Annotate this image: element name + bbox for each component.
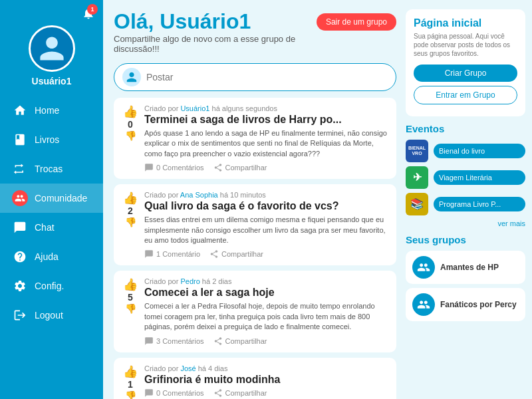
share-action[interactable]: Compartilhar	[213, 336, 267, 346]
downvote-button[interactable]: 👎	[125, 391, 136, 399]
sidebar-item-livros[interactable]: Livros	[0, 125, 103, 154]
post-author-link[interactable]: Ana Sophia	[180, 191, 218, 199]
comment-action[interactable]: 0 Comentários	[144, 388, 204, 398]
post-title[interactable]: Grifinoria é muito modinha	[144, 374, 387, 386]
group-item-percy[interactable]: Fanáticos por Percy	[406, 288, 525, 321]
post-card: 👍 5 👎 Criado por Pedro há 2 dias Comecei…	[114, 271, 396, 352]
post-avatar	[122, 68, 141, 86]
post-actions: 1 Comentário Compartilhar	[144, 249, 387, 259]
post-actions: 0 Comentários Compartilhar	[144, 388, 387, 398]
comment-action[interactable]: 0 Comentários	[144, 163, 204, 172]
post-author-link[interactable]: Pedro	[180, 277, 200, 285]
upvote-button[interactable]: 👍	[123, 279, 138, 291]
notification-count: 1	[87, 4, 98, 15]
post-meta: Criado por Pedro há 2 dias	[144, 277, 387, 285]
groups-title: Seus grupos	[406, 234, 525, 245]
event-thumb-programa: 📚	[406, 193, 428, 215]
group-item-hp[interactable]: Amantes de HP	[406, 251, 525, 284]
sidebar-item-ajuda[interactable]: Ajuda	[0, 242, 103, 271]
post-meta: Criado por Ana Sophia há 10 minutos	[144, 191, 387, 199]
logout-icon	[12, 307, 28, 323]
sidebar-item-chat[interactable]: Chat	[0, 213, 103, 242]
home-panel-card: Página inicial Sua página pessoal. Aqui …	[406, 9, 525, 116]
upvote-button[interactable]: 👍	[123, 106, 138, 118]
group-name-percy: Fanáticos por Percy	[440, 300, 517, 309]
share-action[interactable]: Compartilhar	[213, 388, 267, 398]
post-content: Comecei a ler a Pedra Filosofal hoje, de…	[144, 301, 387, 332]
comment-action[interactable]: 1 Comentário	[144, 249, 200, 259]
event-button-programa[interactable]: Programa Livro P...	[434, 197, 525, 211]
comment-action[interactable]: 3 Comentários	[144, 336, 204, 346]
post-input[interactable]	[146, 72, 388, 82]
post-title[interactable]: Terminei a saga de livros de Harry po...	[144, 114, 387, 126]
post-meta: Criado por Usuário1 há alguns segundos	[144, 104, 387, 112]
page-subtitle: Compartilhe algo de novo com a esse grup…	[114, 34, 317, 54]
post-actions: 0 Comentários Compartilhar	[144, 163, 387, 172]
post-body: Criado por José há 4 dias Grifinoria é m…	[144, 364, 387, 399]
post-input-row	[114, 63, 396, 91]
vote-col: 👍 1 👎	[123, 364, 138, 399]
vote-col: 👍 5 👎	[123, 277, 138, 345]
post-meta: Criado por José há 4 dias	[144, 364, 387, 372]
vote-col: 👍 0 👎	[123, 104, 138, 172]
post-card: 👍 1 👎 Criado por José há 4 dias Grifinor…	[114, 358, 396, 399]
vote-count: 5	[128, 292, 133, 303]
gear-icon	[12, 278, 28, 294]
group-icon-percy	[412, 293, 435, 316]
sidebar-nav: Home Livros Trocas Comunidade	[0, 96, 103, 330]
post-card: 👍 2 👎 Criado por Ana Sophia há 10 minuto…	[114, 184, 396, 265]
vote-count: 0	[128, 119, 133, 130]
groups-section: Seus grupos Amantes de HP Fanáticos por …	[406, 234, 525, 321]
post-title[interactable]: Qual livro da saga é o favorito de vcs?	[144, 200, 387, 212]
notification-bell[interactable]: 1	[82, 7, 95, 23]
downvote-button[interactable]: 👎	[125, 131, 136, 140]
enter-group-button[interactable]: Entrar em Grupo	[414, 86, 517, 104]
exit-group-button[interactable]: Sair de um grupo	[317, 13, 396, 31]
event-item: ✈ Viagem Literária	[406, 166, 525, 189]
event-button-bienal[interactable]: Bienal do livro	[434, 144, 525, 158]
main-header: Olá, Usuário1 Compartilhe algo de novo c…	[114, 9, 396, 61]
share-action[interactable]: Compartilhar	[213, 163, 267, 172]
sidebar-item-comunidade[interactable]: Comunidade	[0, 184, 103, 213]
event-thumb-viagem: ✈	[406, 166, 428, 189]
right-panel: Página inicial Sua página pessoal. Aqui …	[406, 0, 532, 399]
avatar	[29, 25, 75, 72]
post-content: Esses dias entrei em um dilema comigo me…	[144, 215, 387, 245]
sidebar-item-config[interactable]: Config.	[0, 271, 103, 301]
sidebar-item-home[interactable]: Home	[0, 96, 103, 125]
group-name-hp: Amantes de HP	[440, 263, 499, 272]
upvote-button[interactable]: 👍	[123, 366, 138, 378]
sidebar-item-trocas[interactable]: Trocas	[0, 154, 103, 184]
post-author-link[interactable]: José	[180, 364, 196, 372]
post-body: Criado por Ana Sophia há 10 minutos Qual…	[144, 191, 387, 259]
post-author-link[interactable]: Usuário1	[180, 104, 209, 112]
main-content: Olá, Usuário1 Compartilhe algo de novo c…	[103, 0, 406, 399]
post-body: Criado por Usuário1 há alguns segundos T…	[144, 104, 387, 172]
upvote-button[interactable]: 👍	[123, 192, 138, 204]
post-card: 👍 0 👎 Criado por Usuário1 há alguns segu…	[114, 98, 396, 179]
post-actions: 3 Comentários Compartilhar	[144, 336, 387, 346]
downvote-button[interactable]: 👎	[125, 217, 136, 227]
event-thumb-bienal: BIENALVRO	[406, 140, 428, 162]
group-icon-hp	[412, 256, 435, 279]
sidebar-item-logout[interactable]: Logout	[0, 301, 103, 330]
events-title: Eventos	[406, 123, 525, 134]
events-section: Eventos BIENALVRO Bienal do livro ✈ Viag…	[406, 123, 525, 227]
book-icon	[12, 132, 28, 148]
vote-col: 👍 2 👎	[123, 191, 138, 259]
share-action[interactable]: Compartilhar	[209, 249, 263, 259]
post-body: Criado por Pedro há 2 dias Comecei a ler…	[144, 277, 387, 345]
home-icon	[12, 102, 28, 118]
ver-mais-link[interactable]: ver mais	[406, 219, 525, 227]
home-panel-title: Página inicial	[414, 17, 517, 29]
community-icon	[12, 190, 28, 206]
event-button-viagem[interactable]: Viagem Literária	[434, 170, 525, 185]
swap-icon	[12, 161, 28, 177]
vote-count: 1	[128, 379, 133, 390]
vote-count: 2	[128, 205, 133, 216]
downvote-button[interactable]: 👎	[125, 304, 136, 313]
help-icon	[12, 249, 28, 265]
post-title[interactable]: Comecei a ler a saga hoje	[144, 287, 387, 299]
create-group-button[interactable]: Criar Grupo	[414, 65, 517, 82]
sidebar: 1 Usuário1 Home Livros Trocas	[0, 0, 103, 399]
